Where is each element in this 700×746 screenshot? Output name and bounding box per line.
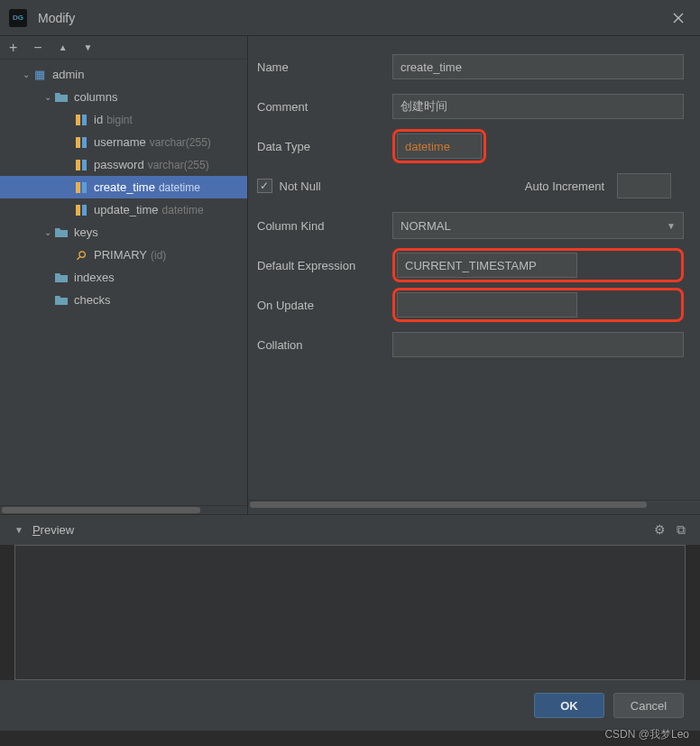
preview-label: Preview: [32, 523, 74, 537]
cancel-button[interactable]: Cancel: [613, 693, 684, 718]
notnull-label: Not Null: [280, 180, 321, 193]
folder-icon: [54, 293, 69, 308]
ok-button[interactable]: OK: [534, 693, 604, 718]
svg-rect-3: [82, 137, 87, 148]
default-label: Default Expression: [257, 259, 392, 272]
gear-icon[interactable]: ⚙: [654, 522, 666, 538]
column-icon: [74, 158, 88, 172]
tree-type: bigint: [106, 114, 133, 126]
column-icon: [74, 180, 88, 195]
tree-toolbar: + − ▲ ▼: [0, 36, 247, 60]
tree-type: varchar(255): [150, 136, 211, 149]
tree-node-column[interactable]: password varchar(255): [0, 153, 247, 176]
tree-node-columns[interactable]: ⌄ columns: [0, 86, 247, 108]
folder-icon: [54, 271, 69, 285]
open-external-icon[interactable]: ⧉: [677, 522, 686, 538]
svg-rect-4: [76, 160, 80, 170]
tree-node-checks[interactable]: checks: [0, 289, 247, 311]
tree-label: keys: [74, 226, 98, 239]
comment-input[interactable]: [392, 94, 684, 119]
svg-rect-7: [82, 182, 87, 193]
name-label: Name: [257, 60, 392, 74]
tree-label: update_time: [94, 203, 159, 216]
autoinc-label: Auto Increment: [525, 180, 604, 193]
move-down-button[interactable]: ▼: [84, 43, 93, 52]
default-input[interactable]: [397, 253, 577, 278]
column-icon: [74, 113, 88, 127]
column-icon: [74, 135, 88, 150]
tree-label: columns: [74, 90, 117, 104]
datatype-input[interactable]: [397, 134, 482, 159]
collation-label: Collation: [257, 338, 392, 352]
remove-button[interactable]: −: [33, 41, 41, 55]
tree-type: (id): [151, 249, 166, 262]
tree-type: datetime: [159, 181, 200, 194]
chevron-down-icon: ⌄: [22, 69, 31, 79]
collation-input[interactable]: [392, 332, 684, 357]
highlight-datatype: [392, 129, 486, 163]
tree-label: checks: [74, 293, 110, 307]
move-up-button[interactable]: ▲: [59, 43, 68, 52]
svg-rect-8: [76, 205, 80, 216]
svg-rect-5: [82, 160, 87, 170]
chevron-down-icon: ▼: [14, 525, 23, 535]
tree-h-scrollbar[interactable]: [0, 505, 247, 514]
tree-label: username: [94, 135, 146, 149]
tree-label: PRIMARY: [94, 248, 147, 262]
tree-node-column[interactable]: update_time datetime: [0, 198, 247, 221]
title-bar: Modify: [0, 0, 700, 36]
tree-type: datetime: [162, 204, 204, 216]
scrollbar-thumb[interactable]: [2, 507, 200, 513]
object-tree[interactable]: ⌄ admin ⌄ columns id bigint username var…: [0, 60, 247, 505]
form-h-scrollbar[interactable]: [248, 500, 700, 509]
tree-panel: + − ▲ ▼ ⌄ admin ⌄ columns id bigint: [0, 36, 248, 514]
notnull-checkbox-wrap[interactable]: ✓ Not Null: [257, 179, 321, 194]
chevron-down-icon: ⌄: [43, 92, 52, 102]
window-title: Modify: [38, 11, 75, 25]
name-input[interactable]: [392, 54, 684, 79]
tree-node-column[interactable]: username varchar(255): [0, 131, 247, 153]
tree-label: indexes: [74, 271, 115, 284]
tree-label: admin: [52, 68, 84, 81]
scrollbar-thumb[interactable]: [250, 502, 647, 508]
tree-label: password: [94, 158, 144, 171]
autoinc-input[interactable]: [617, 173, 671, 198]
svg-rect-2: [76, 137, 80, 148]
column-icon: [74, 203, 88, 217]
form-panel: Name Comment Data Type ✓ Not Null Auto I…: [248, 36, 700, 514]
tree-node-indexes[interactable]: indexes: [0, 266, 247, 289]
close-button[interactable]: [666, 5, 691, 31]
svg-rect-0: [76, 115, 80, 125]
onupdate-label: On Update: [257, 299, 392, 312]
close-icon: [672, 12, 685, 24]
preview-header[interactable]: ▼ Preview ⚙ ⧉: [0, 514, 700, 545]
chevron-down-icon: ⌄: [43, 227, 52, 237]
svg-rect-1: [82, 115, 87, 125]
onupdate-input[interactable]: [397, 292, 577, 318]
watermark: CSDN @我梦Leo: [604, 727, 689, 742]
tree-node-column-selected[interactable]: create_time datetime: [0, 176, 247, 198]
highlight-onupdate: [392, 288, 684, 322]
button-bar: OK Cancel: [0, 680, 700, 731]
kind-value: NORMAL: [401, 219, 451, 233]
folder-icon: [54, 226, 69, 240]
key-icon: [74, 248, 88, 262]
tree-node-column[interactable]: id bigint: [0, 108, 247, 131]
svg-rect-9: [82, 205, 87, 216]
tree-node-table[interactable]: ⌄ admin: [0, 63, 247, 86]
notnull-checkbox[interactable]: ✓: [257, 179, 272, 194]
tree-node-keys[interactable]: ⌄ keys: [0, 221, 247, 244]
tree-node-key[interactable]: PRIMARY (id): [0, 244, 247, 266]
tree-label: id: [94, 113, 103, 126]
tree-label: create_time: [94, 180, 155, 194]
app-icon: [9, 9, 27, 27]
comment-label: Comment: [257, 100, 392, 114]
kind-label: Column Kind: [257, 219, 392, 233]
kind-select[interactable]: NORMAL ▼: [392, 212, 684, 239]
datatype-label: Data Type: [257, 140, 392, 153]
add-button[interactable]: +: [9, 41, 17, 55]
folder-icon: [54, 90, 69, 105]
highlight-default: [392, 248, 684, 282]
svg-rect-6: [76, 182, 80, 193]
tree-type: varchar(255): [148, 159, 209, 171]
